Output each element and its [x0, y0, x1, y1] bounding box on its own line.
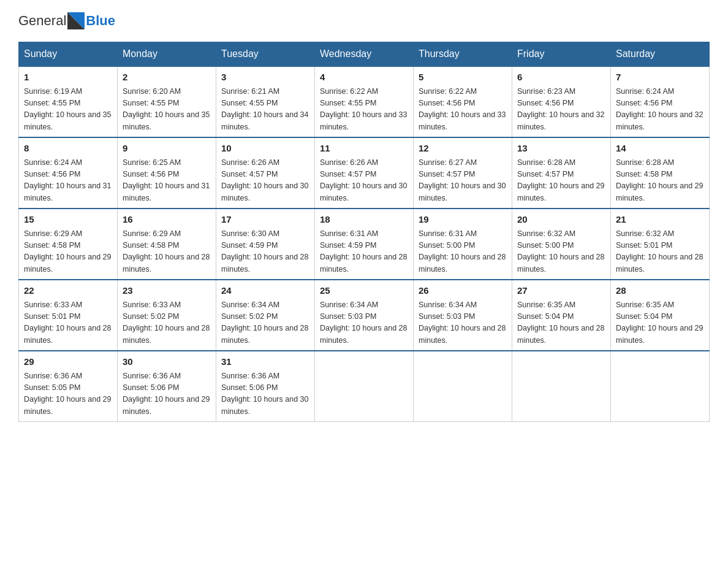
calendar-cell: 6 Sunrise: 6:23 AM Sunset: 4:56 PM Dayli… [512, 66, 611, 137]
calendar-cell [611, 351, 710, 422]
logo: General Blue [18, 12, 115, 29]
day-info: Sunrise: 6:32 AM Sunset: 5:00 PM Dayligh… [517, 228, 605, 276]
calendar-cell: 8 Sunrise: 6:24 AM Sunset: 4:56 PM Dayli… [19, 137, 118, 209]
calendar-cell: 3 Sunrise: 6:21 AM Sunset: 4:55 PM Dayli… [216, 66, 315, 137]
col-header-wednesday: Wednesday [315, 42, 414, 67]
day-number: 27 [517, 284, 605, 298]
logo-general: General [18, 13, 66, 29]
calendar-week-row: 1 Sunrise: 6:19 AM Sunset: 4:55 PM Dayli… [19, 66, 710, 137]
day-number: 22 [24, 284, 112, 298]
day-info: Sunrise: 6:29 AM Sunset: 4:58 PM Dayligh… [123, 228, 211, 276]
calendar-cell: 19 Sunrise: 6:31 AM Sunset: 5:00 PM Dayl… [414, 209, 512, 280]
calendar-week-row: 22 Sunrise: 6:33 AM Sunset: 5:01 PM Dayl… [19, 280, 710, 351]
day-number: 1 [24, 71, 112, 85]
day-info: Sunrise: 6:31 AM Sunset: 4:59 PM Dayligh… [320, 228, 408, 276]
day-info: Sunrise: 6:27 AM Sunset: 4:57 PM Dayligh… [419, 157, 507, 205]
calendar-week-row: 8 Sunrise: 6:24 AM Sunset: 4:56 PM Dayli… [19, 137, 710, 209]
calendar-cell: 11 Sunrise: 6:26 AM Sunset: 4:57 PM Dayl… [315, 137, 414, 209]
day-number: 26 [419, 284, 507, 298]
day-number: 11 [320, 142, 408, 156]
calendar-cell: 27 Sunrise: 6:35 AM Sunset: 5:04 PM Dayl… [512, 280, 611, 351]
day-number: 6 [517, 71, 605, 85]
day-info: Sunrise: 6:23 AM Sunset: 4:56 PM Dayligh… [517, 86, 605, 134]
day-info: Sunrise: 6:30 AM Sunset: 4:59 PM Dayligh… [221, 228, 309, 276]
day-number: 30 [123, 355, 211, 369]
calendar-cell: 24 Sunrise: 6:34 AM Sunset: 5:02 PM Dayl… [216, 280, 315, 351]
col-header-sunday: Sunday [19, 42, 118, 67]
calendar-cell: 29 Sunrise: 6:36 AM Sunset: 5:05 PM Dayl… [19, 351, 118, 422]
day-number: 28 [616, 284, 704, 298]
day-number: 7 [616, 71, 704, 85]
day-number: 17 [221, 213, 309, 227]
day-info: Sunrise: 6:34 AM Sunset: 5:03 PM Dayligh… [419, 299, 507, 347]
day-number: 25 [320, 284, 408, 298]
calendar-cell: 31 Sunrise: 6:36 AM Sunset: 5:06 PM Dayl… [216, 351, 315, 422]
logo-blue: Blue [86, 13, 115, 29]
day-info: Sunrise: 6:34 AM Sunset: 5:03 PM Dayligh… [320, 299, 408, 347]
day-info: Sunrise: 6:36 AM Sunset: 5:05 PM Dayligh… [24, 370, 112, 418]
calendar-cell: 1 Sunrise: 6:19 AM Sunset: 4:55 PM Dayli… [19, 66, 118, 137]
day-number: 8 [24, 142, 112, 156]
calendar-cell: 21 Sunrise: 6:32 AM Sunset: 5:01 PM Dayl… [611, 209, 710, 280]
calendar-cell: 22 Sunrise: 6:33 AM Sunset: 5:01 PM Dayl… [19, 280, 118, 351]
day-number: 13 [517, 142, 605, 156]
day-number: 9 [123, 142, 211, 156]
day-info: Sunrise: 6:35 AM Sunset: 5:04 PM Dayligh… [517, 299, 605, 347]
page-header: General Blue [18, 12, 710, 29]
day-info: Sunrise: 6:26 AM Sunset: 4:57 PM Dayligh… [320, 157, 408, 205]
day-number: 31 [221, 355, 309, 369]
day-number: 12 [419, 142, 507, 156]
day-number: 23 [123, 284, 211, 298]
day-info: Sunrise: 6:34 AM Sunset: 5:02 PM Dayligh… [221, 299, 309, 347]
calendar-week-row: 15 Sunrise: 6:29 AM Sunset: 4:58 PM Dayl… [19, 209, 710, 280]
col-header-thursday: Thursday [414, 42, 512, 67]
calendar-cell [414, 351, 512, 422]
calendar-cell: 10 Sunrise: 6:26 AM Sunset: 4:57 PM Dayl… [216, 137, 315, 209]
logo-icon [67, 12, 85, 29]
day-number: 18 [320, 213, 408, 227]
day-info: Sunrise: 6:28 AM Sunset: 4:58 PM Dayligh… [616, 157, 704, 205]
calendar-table: SundayMondayTuesdayWednesdayThursdayFrid… [18, 42, 710, 422]
calendar-cell [512, 351, 611, 422]
day-number: 4 [320, 71, 408, 85]
calendar-cell: 15 Sunrise: 6:29 AM Sunset: 4:58 PM Dayl… [19, 209, 118, 280]
calendar-week-row: 29 Sunrise: 6:36 AM Sunset: 5:05 PM Dayl… [19, 351, 710, 422]
calendar-cell: 23 Sunrise: 6:33 AM Sunset: 5:02 PM Dayl… [118, 280, 216, 351]
day-info: Sunrise: 6:19 AM Sunset: 4:55 PM Dayligh… [24, 86, 112, 134]
calendar-cell: 4 Sunrise: 6:22 AM Sunset: 4:55 PM Dayli… [315, 66, 414, 137]
calendar-cell: 20 Sunrise: 6:32 AM Sunset: 5:00 PM Dayl… [512, 209, 611, 280]
calendar-cell: 30 Sunrise: 6:36 AM Sunset: 5:06 PM Dayl… [118, 351, 216, 422]
day-number: 2 [123, 71, 211, 85]
day-info: Sunrise: 6:22 AM Sunset: 4:56 PM Dayligh… [419, 86, 507, 134]
col-header-saturday: Saturday [611, 42, 710, 67]
day-info: Sunrise: 6:26 AM Sunset: 4:57 PM Dayligh… [221, 157, 309, 205]
day-info: Sunrise: 6:36 AM Sunset: 5:06 PM Dayligh… [221, 370, 309, 418]
day-number: 15 [24, 213, 112, 227]
day-number: 29 [24, 355, 112, 369]
calendar-cell: 26 Sunrise: 6:34 AM Sunset: 5:03 PM Dayl… [414, 280, 512, 351]
day-number: 3 [221, 71, 309, 85]
day-info: Sunrise: 6:25 AM Sunset: 4:56 PM Dayligh… [123, 157, 211, 205]
calendar-cell: 9 Sunrise: 6:25 AM Sunset: 4:56 PM Dayli… [118, 137, 216, 209]
day-number: 21 [616, 213, 704, 227]
day-number: 19 [419, 213, 507, 227]
calendar-cell: 13 Sunrise: 6:28 AM Sunset: 4:57 PM Dayl… [512, 137, 611, 209]
day-info: Sunrise: 6:21 AM Sunset: 4:55 PM Dayligh… [221, 86, 309, 134]
day-info: Sunrise: 6:36 AM Sunset: 5:06 PM Dayligh… [123, 370, 211, 418]
day-info: Sunrise: 6:28 AM Sunset: 4:57 PM Dayligh… [517, 157, 605, 205]
col-header-friday: Friday [512, 42, 611, 67]
calendar-cell [315, 351, 414, 422]
calendar-cell: 28 Sunrise: 6:35 AM Sunset: 5:04 PM Dayl… [611, 280, 710, 351]
calendar-cell: 12 Sunrise: 6:27 AM Sunset: 4:57 PM Dayl… [414, 137, 512, 209]
day-info: Sunrise: 6:22 AM Sunset: 4:55 PM Dayligh… [320, 86, 408, 134]
day-info: Sunrise: 6:33 AM Sunset: 5:01 PM Dayligh… [24, 299, 112, 347]
day-number: 14 [616, 142, 704, 156]
day-number: 10 [221, 142, 309, 156]
day-number: 24 [221, 284, 309, 298]
day-info: Sunrise: 6:29 AM Sunset: 4:58 PM Dayligh… [24, 228, 112, 276]
calendar-cell: 17 Sunrise: 6:30 AM Sunset: 4:59 PM Dayl… [216, 209, 315, 280]
day-info: Sunrise: 6:32 AM Sunset: 5:01 PM Dayligh… [616, 228, 704, 276]
day-info: Sunrise: 6:24 AM Sunset: 4:56 PM Dayligh… [616, 86, 704, 134]
day-info: Sunrise: 6:24 AM Sunset: 4:56 PM Dayligh… [24, 157, 112, 205]
calendar-header-row: SundayMondayTuesdayWednesdayThursdayFrid… [19, 42, 710, 67]
